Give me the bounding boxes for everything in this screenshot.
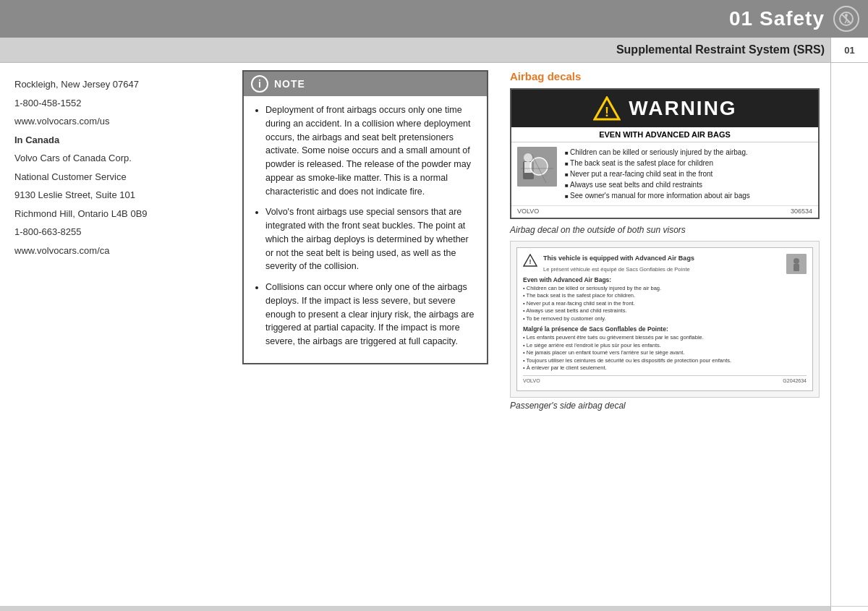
airbag-figure-image — [517, 147, 557, 187]
svg-text:!: ! — [529, 258, 532, 265]
chapter-number: 01 — [830, 38, 868, 62]
warning-triangle-icon: ! — [592, 95, 621, 121]
note-bullet-1: Deployment of front airbags occurs only … — [265, 103, 478, 198]
volvo-canada: Volvo Cars of Canada Corp. — [14, 151, 217, 166]
warning-title: WARNING — [629, 97, 736, 120]
in-canada-label: In Canada — [14, 133, 217, 148]
airbag-decals-title: Airbag decals — [510, 70, 820, 82]
note-label: NOTE — [274, 78, 305, 90]
section-header: Supplemental Restraint System (SRS) 01 — [0, 38, 868, 63]
volvo-brand: VOLVO — [517, 208, 539, 215]
pd-fr-bullet-5: • À enlever par le client seulement. — [523, 364, 807, 372]
middle-column: i NOTE Deployment of front airbags occur… — [231, 63, 499, 606]
warning-item-1: Children can be killed or seriously inju… — [565, 147, 750, 158]
note-bullet-2: Volvo's front airbags use special sensor… — [265, 205, 478, 273]
right-sidebar — [830, 63, 868, 606]
note-content: Deployment of front airbags occurs only … — [244, 96, 487, 363]
note-box: i NOTE Deployment of front airbags occur… — [242, 70, 488, 364]
pd-bullet-1: • Children can be killed or seriously in… — [523, 285, 807, 293]
svg-point-15 — [793, 258, 799, 264]
svg-point-7 — [524, 153, 532, 162]
pd-fr-bullet-3: • Ne jamais placer un enfant tourné vers… — [523, 349, 807, 357]
warning-item-2: The back seat is the safest place for ch… — [565, 158, 750, 168]
pd-fr-bullet-1: • Les enfants peuvent être tués ou grièv… — [523, 334, 807, 342]
website-canada: www.volvocars.com/ca — [14, 244, 217, 258]
right-column: Airbag decals ! WARNING EVEN WITH ADVANC… — [499, 63, 830, 606]
warning-item-4: Always use seat belts and child restrain… — [565, 179, 750, 190]
no-seatbelt-icon — [833, 6, 859, 32]
passenger-decal-inner: ! This vehicle is equipped with Advanced… — [516, 247, 813, 391]
warning-header: ! WARNING — [511, 90, 818, 127]
main-content: Rockleigh, New Jersey 07647 1-800-458-15… — [0, 63, 868, 606]
warning-subtitle: EVEN WITH ADVANCED AIR BAGS — [511, 127, 818, 142]
header-bar: 01 Safety — [0, 0, 868, 38]
website-us: www.volvocars.com/us — [14, 114, 217, 129]
svg-point-9 — [530, 158, 548, 175]
note-bullet-3: Collisions can occur where only one of t… — [265, 281, 478, 349]
passenger-decal-section1: Even with Advanced Air Bags: • Children … — [523, 276, 807, 322]
pd-fr-bullet-4: • Toujours utiliser les ceintures de séc… — [523, 357, 807, 365]
passenger-decal-title-en: This vehicle is equipped with Advanced A… — [543, 254, 780, 263]
decal-caption-1: Airbag decal on the outside of both sun … — [510, 225, 820, 235]
warning-number: 306534 — [791, 208, 812, 215]
warning-list: Children can be killed or seriously inju… — [565, 147, 750, 201]
warning-item-5: See owner's manual for more information … — [565, 190, 750, 201]
warning-box: ! WARNING EVEN WITH ADVANCED AIR BAGS — [510, 88, 820, 219]
passenger-decal-title-fr: Le présent véhicule est équipé de Sacs G… — [543, 266, 780, 274]
pd-brand: VOLVO — [523, 377, 540, 385]
decal-caption-2: Passenger's side airbag decal — [510, 401, 820, 411]
section-title: Supplemental Restraint System (SRS) — [616, 43, 825, 56]
pd-bullet-2: • The back seat is the safest place for … — [523, 292, 807, 300]
info-icon: i — [251, 75, 268, 93]
warning-footer: VOLVO 306534 — [511, 205, 818, 218]
phone-us: 1-800-458-1552 — [14, 96, 217, 111]
page-footer: ▶▶ 25 — [0, 606, 868, 611]
address-line-1: Rockleigh, New Jersey 07647 — [14, 77, 217, 92]
pd-fr-bullet-2: • Le siège arrière est l'endroit le plus… — [523, 342, 807, 350]
address-canada: 9130 Leslie Street, Suite 101 — [14, 188, 217, 202]
warning-item-3: Never put a rear-facing child seat in th… — [565, 168, 750, 179]
phone-canada: 1-800-663-8255 — [14, 225, 217, 239]
note-header: i NOTE — [244, 72, 487, 96]
page-title: 01 Safety — [729, 7, 825, 30]
passenger-decal-section2: Malgré la présence de Sacs Gonflables de… — [523, 325, 807, 372]
left-column: Rockleigh, New Jersey 07647 1-800-458-15… — [0, 63, 231, 606]
warning-figure — [517, 147, 561, 201]
page-number: 25 — [830, 607, 868, 612]
svg-text:!: ! — [605, 105, 609, 119]
pd-number: G2042634 — [783, 377, 807, 385]
pd-bullet-4: • Always use seat belts and child restra… — [523, 307, 807, 315]
passenger-decal-box: ! This vehicle is equipped with Advanced… — [510, 241, 820, 398]
city-canada: Richmond Hill, Ontario L4B 0B9 — [14, 207, 217, 221]
pd-bullet-3: • Never put a rear-facing child seat in … — [523, 300, 807, 308]
warning-body: Children can be killed or seriously inju… — [511, 142, 818, 205]
national-customer-service: National Customer Service — [14, 170, 217, 184]
pd-bullet-5: • To be removed by customer only. — [523, 315, 807, 323]
svg-rect-16 — [793, 264, 799, 271]
